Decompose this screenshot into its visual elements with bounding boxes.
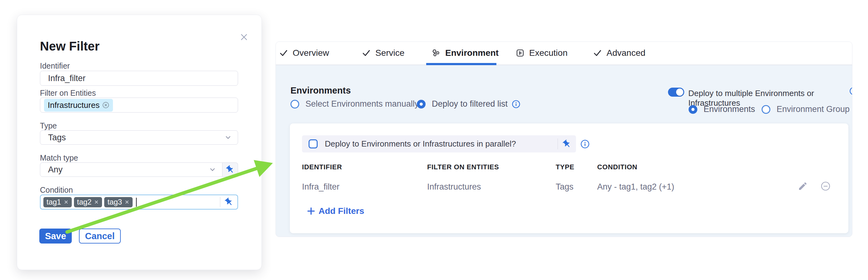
identifier-input[interactable]: Infra_filter xyxy=(40,71,238,86)
radio-label: Environments xyxy=(704,104,755,114)
close-icon[interactable] xyxy=(239,32,249,42)
active-tab-underline xyxy=(426,63,496,65)
info-icon[interactable] xyxy=(512,100,520,108)
identifier-label: Identifier xyxy=(40,62,70,70)
tab-environment[interactable]: Environment xyxy=(431,42,499,64)
entity-chip-label: Infrastructures xyxy=(48,100,99,110)
condition-tag-chip: tag2 xyxy=(74,197,102,207)
tag-remove-icon[interactable] xyxy=(124,200,129,205)
filter-on-entities-label: Filter on Entities xyxy=(40,89,96,98)
chevron-down-icon xyxy=(224,134,232,142)
plus-icon xyxy=(307,207,315,215)
divider xyxy=(220,197,220,207)
edit-icon[interactable] xyxy=(798,181,808,191)
radio-deploy-to-filtered-list[interactable]: Deploy to filtered list xyxy=(417,99,520,109)
pin-icon[interactable] xyxy=(224,197,234,207)
modal-title: New Filter xyxy=(40,39,99,53)
match-type-label: Match type xyxy=(40,153,78,163)
tab-label: Service xyxy=(375,48,404,58)
check-icon xyxy=(362,48,371,58)
radio-icon[interactable] xyxy=(290,100,299,108)
save-button[interactable]: Save xyxy=(39,229,72,244)
add-filters-button[interactable]: Add Filters xyxy=(307,206,364,216)
identifier-value: Infra_filter xyxy=(40,74,86,83)
radio-icon[interactable] xyxy=(762,105,770,114)
tag-remove-icon[interactable] xyxy=(64,200,69,205)
chip-remove-icon[interactable] xyxy=(102,102,109,108)
condition-tag-chip: tag1 xyxy=(43,197,72,207)
type-select[interactable]: Tags xyxy=(40,130,238,145)
radio-icon-selected[interactable] xyxy=(417,100,426,108)
match-type-value: Any xyxy=(40,165,63,175)
deploy-multiple-toggle[interactable] xyxy=(668,88,684,97)
entity-chip: Infrastructures xyxy=(44,99,113,112)
radio-icon-selected[interactable] xyxy=(689,105,698,114)
cell-condition: Any - tag1, tag2 (+1) xyxy=(597,182,674,192)
condition-input[interactable]: tag1 tag2 tag3 xyxy=(40,195,238,210)
radio-label: Environment Group xyxy=(777,104,849,114)
tab-overview[interactable]: Overview xyxy=(279,42,329,64)
text-cursor xyxy=(136,198,137,207)
chevron-down-icon xyxy=(209,166,217,174)
filter-on-entities-input[interactable]: Infrastructures xyxy=(40,98,238,112)
pin-icon[interactable] xyxy=(222,163,238,177)
condition-tag-chip: tag3 xyxy=(104,197,133,207)
environments-heading: Environments xyxy=(290,85,351,96)
col-identifier: IDENTIFIER xyxy=(302,163,342,171)
tab-label: Execution xyxy=(529,48,567,58)
parallel-deploy-label: Deploy to Environments or Infrastructure… xyxy=(325,139,516,149)
remove-icon[interactable] xyxy=(820,181,831,191)
cell-type: Tags xyxy=(556,182,574,192)
tag-label: tag1 xyxy=(46,198,61,206)
check-icon xyxy=(279,48,288,58)
tab-label: Overview xyxy=(293,48,329,58)
tab-execution[interactable]: Execution xyxy=(516,42,567,64)
tab-service[interactable]: Service xyxy=(362,42,404,64)
radio-environments[interactable]: Environments xyxy=(689,104,755,114)
col-type: TYPE xyxy=(556,163,575,171)
pipeline-stage-panel: Overview Service Environment Execu xyxy=(276,41,852,237)
add-filters-label: Add Filters xyxy=(318,206,364,216)
tab-advanced[interactable]: Advanced xyxy=(593,42,646,64)
cell-identifier: Infra_filter xyxy=(302,182,339,192)
filters-card: Deploy to Environments or Infrastructure… xyxy=(290,124,848,233)
condition-label: Condition xyxy=(40,185,73,195)
parallel-deploy-checkbox[interactable] xyxy=(309,139,318,148)
stage-tabbar: Overview Service Environment Execu xyxy=(276,42,852,65)
tag-remove-icon[interactable] xyxy=(94,200,99,205)
parallel-deploy-bar: Deploy to Environments or Infrastructure… xyxy=(302,135,576,152)
execution-icon xyxy=(516,48,525,58)
tag-label: tag3 xyxy=(107,198,122,206)
pin-icon[interactable] xyxy=(562,139,571,149)
col-condition: CONDITION xyxy=(597,163,638,171)
type-value: Tags xyxy=(40,133,66,142)
tab-label: Advanced xyxy=(607,48,646,58)
type-label: Type xyxy=(40,121,57,130)
new-filter-modal: New Filter Identifier Infra_filter Filte… xyxy=(17,15,262,270)
match-type-select[interactable]: Any xyxy=(40,163,222,177)
tab-label: Environment xyxy=(445,48,499,58)
col-filter-on-entities: FILTER ON ENTITIES xyxy=(427,163,499,171)
cell-entities: Infrastructures xyxy=(427,182,481,192)
radio-select-environments-manually[interactable]: Select Environments manually xyxy=(290,99,419,109)
check-icon xyxy=(593,48,602,58)
info-icon[interactable] xyxy=(849,87,852,96)
radio-environment-group[interactable]: Environment Group xyxy=(762,104,849,114)
cancel-button[interactable]: Cancel xyxy=(79,229,121,244)
divider xyxy=(558,138,558,149)
radio-label: Deploy to filtered list xyxy=(432,99,508,109)
environment-icon xyxy=(431,48,441,58)
app-screen: New Filter Identifier Infra_filter Filte… xyxy=(0,0,868,280)
tag-label: tag2 xyxy=(77,198,92,206)
info-icon[interactable] xyxy=(580,139,590,149)
radio-label: Select Environments manually xyxy=(306,99,419,109)
